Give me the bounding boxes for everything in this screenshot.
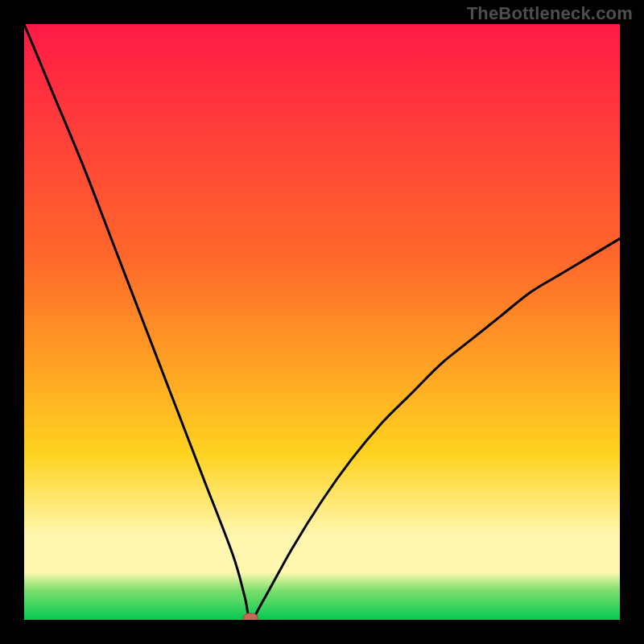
chart-svg xyxy=(24,24,620,620)
stage: TheBottleneck.com xyxy=(0,0,644,644)
gradient-rect xyxy=(24,24,620,620)
watermark-text: TheBottleneck.com xyxy=(467,3,633,24)
optimal-marker xyxy=(243,613,258,620)
plot-area xyxy=(24,24,620,620)
